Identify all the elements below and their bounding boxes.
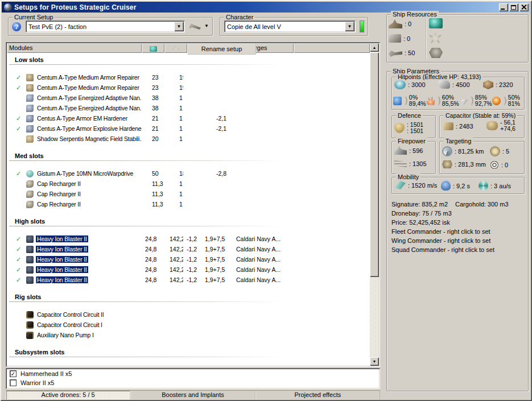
- module-name-cell: Heavy Ion Blaster II: [36, 266, 142, 273]
- module-value: 1: [166, 115, 183, 122]
- effective-resist-percent: 85,5%: [442, 101, 459, 107]
- modules-panel: Modules Charges Low slots✓Centum A-Type …: [6, 42, 380, 367]
- hardpoint-stat: : 50: [389, 49, 424, 57]
- slot-section-title: Subsystem slots: [7, 345, 370, 357]
- module-name-cell: Heavy Ion Blaster II: [36, 246, 142, 253]
- module-row[interactable]: Capacitor Control Circuit II: [7, 309, 370, 320]
- module-row[interactable]: Cap Recharger II11,31: [7, 189, 370, 199]
- modules-column-header[interactable]: Modules: [7, 43, 142, 53]
- blank-column-header[interactable]: [294, 43, 370, 53]
- minimize-button[interactable]: [499, 3, 508, 11]
- module-name: Heavy Ion Blaster II: [36, 266, 88, 273]
- slot-section: Subsystem slots: [7, 345, 370, 357]
- close-button[interactable]: [519, 3, 529, 11]
- drone-label: Warrior II x5: [20, 379, 55, 386]
- slot-section: High slots✓Heavy Ion Blaster II24,8142,2…: [7, 214, 370, 285]
- module-value: 24,8: [142, 266, 166, 273]
- module-value: -2,1: [201, 115, 233, 122]
- hp-stat: : 4500: [439, 80, 470, 89]
- targeting-label: Targeting: [444, 138, 473, 144]
- active-check-icon: ✓: [16, 84, 26, 92]
- module-value: 1: [166, 201, 183, 208]
- help-button[interactable]: ?: [12, 22, 21, 31]
- targeting-stat: : 281,3 mm: [442, 160, 486, 168]
- divider: [426, 18, 427, 59]
- bottom-tab[interactable]: Projected effects: [255, 391, 380, 399]
- module-row[interactable]: Centum A-Type Energized Adaptive Nan...3…: [7, 93, 370, 103]
- ship-info-line: Price: 52,425,452 isk: [391, 219, 525, 228]
- drone-checkbox[interactable]: [10, 379, 17, 386]
- ship-info-line: Wing Commander - right click to set: [391, 237, 525, 246]
- module-row[interactable]: ✓Centus A-Type Armor Explosive Hardener2…: [7, 123, 370, 134]
- module-value: 142,2: [166, 276, 183, 283]
- drone-row[interactable]: ✓Hammerhead II x5: [8, 369, 380, 378]
- module-value: 24,8: [142, 235, 166, 242]
- hitpoints-label: Hitpoints (Effective HP: 43,193): [396, 73, 482, 80]
- powergrid-column-header[interactable]: [164, 43, 187, 53]
- module-row[interactable]: ✓Heavy Ion Blaster II24,8142,2-1,21,9+7,…: [7, 275, 370, 285]
- bottom-tab[interactable]: Boosters and Implants: [130, 391, 255, 399]
- module-name-cell: Centus A-Type Armor Explosive Hardener: [36, 125, 142, 132]
- scan-res-icon: [490, 160, 499, 170]
- module-value: 1,9+7,5: [201, 246, 233, 253]
- module-row[interactable]: Capacitor Control Circuit I: [7, 320, 370, 330]
- module-value: 21: [142, 115, 166, 122]
- scrollbar-thumb[interactable]: [370, 52, 379, 277]
- module-name-cell: Gistum A-Type 10MN MicroWarpdrive: [36, 170, 142, 177]
- module-row[interactable]: Shadow Serpentis Magnetic Field Stabili.…: [7, 134, 370, 144]
- chevron-down-icon[interactable]: ▼: [345, 22, 354, 31]
- character-combobox[interactable]: Copie de All level V ▼: [224, 20, 356, 32]
- blaster-icon: [26, 235, 36, 243]
- module-row[interactable]: ✓Centum A-Type Medium Armor Repairer2319…: [7, 72, 370, 82]
- module-row[interactable]: ✓Heavy Ion Blaster II24,8142,2-1,21,9+7,…: [7, 254, 370, 264]
- module-row[interactable]: ✓Heavy Ion Blaster II24,8142,2-1,21,9+7,…: [7, 244, 370, 254]
- minimize-icon: [501, 9, 505, 10]
- module-row[interactable]: ✓Centus A-Type Armor EM Hardener211-2,1: [7, 113, 370, 123]
- firepower-value: : 596: [409, 147, 423, 154]
- bottom-tab[interactable]: Active drones: 5 / 5: [6, 391, 130, 399]
- module-row[interactable]: Cap Recharger II11,31: [7, 179, 370, 189]
- window-title: Setups for Proteus Strategic Cruiser: [14, 3, 498, 11]
- module-row[interactable]: Cap Recharger II11,31: [7, 199, 370, 209]
- module-row[interactable]: ✓Heavy Ion Blaster II24,8142,2-1,21,9+7,…: [7, 264, 370, 275]
- scroll-down-icon[interactable]: ▼: [370, 357, 379, 366]
- module-value: 1: [166, 94, 183, 101]
- setup-combobox[interactable]: Test PvE (2) - faction ▼: [26, 20, 185, 32]
- module-row[interactable]: ✓Centum A-Type Medium Armor Repairer2319…: [7, 82, 370, 93]
- targeting-value: : 81,25 km: [455, 148, 484, 155]
- mobility-stat: : 1520 m/s: [394, 181, 437, 189]
- module-value: -2,8: [201, 170, 233, 177]
- adaptive-membrane-icon: [26, 94, 36, 102]
- separator: ): [438, 96, 441, 106]
- resist-stat: )0%89,4%: [393, 94, 426, 107]
- chevron-down-icon[interactable]: ▼: [174, 22, 184, 31]
- resist-stat: )85%92,7%: [459, 94, 492, 107]
- scroll-up-icon[interactable]: ▲: [370, 43, 379, 52]
- ship-info-line: Dronebay: 75 / 75 m3: [391, 210, 525, 219]
- module-row[interactable]: ✓Heavy Ion Blaster II24,8142,2-1,21,9+7,…: [7, 234, 370, 244]
- active-check-icon: ✓: [16, 266, 26, 274]
- em-resist-icon: [393, 97, 402, 105]
- module-name: Cap Recharger II: [36, 180, 82, 187]
- drone-row[interactable]: Warrior II x5: [8, 378, 380, 387]
- section-divider: [9, 357, 282, 357]
- capacitor-icon: [443, 122, 453, 130]
- setup-tools-button[interactable]: ▼: [189, 22, 209, 30]
- maximize-button[interactable]: [509, 3, 518, 11]
- hp-stat: : 2320: [483, 80, 513, 89]
- launcher-hardpoint-icon: [389, 34, 401, 43]
- armor-repairer-icon: [26, 74, 36, 81]
- module-name: Heavy Ion Blaster II: [36, 256, 88, 263]
- cap-recharger-icon: [26, 201, 36, 208]
- cpu-column-header[interactable]: [142, 43, 164, 53]
- drone-checkbox[interactable]: ✓: [10, 370, 17, 377]
- module-name: Heavy Ion Blaster II: [36, 235, 88, 242]
- module-row[interactable]: ✓Gistum A-Type 10MN MicroWarpdrive50180-…: [7, 168, 370, 179]
- slot-section: Med slots✓Gistum A-Type 10MN MicroWarpdr…: [7, 149, 370, 209]
- section-divider: [9, 301, 282, 302]
- modules-scrollbar[interactable]: ▲ ▼: [370, 43, 379, 366]
- ship-info-line: Fleet Commander - right click to set: [391, 228, 525, 237]
- module-row[interactable]: Centum A-Type Energized Adaptive Nan...3…: [7, 103, 370, 113]
- module-row[interactable]: Auxiliary Nano Pump I: [7, 330, 370, 340]
- bottom-tabs: Active drones: 5 / 5Boosters and Implant…: [6, 390, 380, 399]
